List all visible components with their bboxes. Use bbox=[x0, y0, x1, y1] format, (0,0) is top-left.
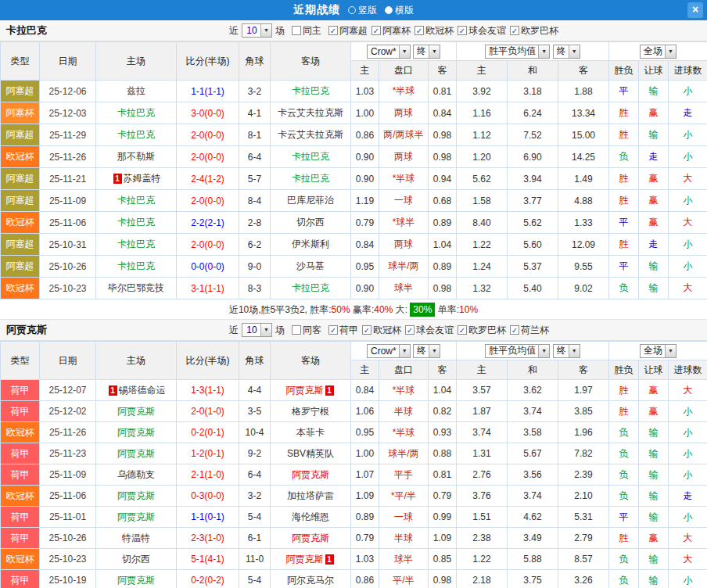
team-name[interactable]: 阿贾克斯 bbox=[286, 554, 324, 565]
league-filter-checkbox[interactable]: ✓荷甲 bbox=[328, 324, 358, 337]
team-name[interactable]: 阿贾克斯 bbox=[117, 490, 155, 501]
euro-final-select[interactable]: 终▼ bbox=[553, 344, 580, 358]
team-name[interactable]: 乌德勒支 bbox=[117, 469, 155, 480]
team-name[interactable]: 阿贾克斯 bbox=[117, 427, 155, 438]
team-name[interactable]: 切尔西 bbox=[296, 217, 325, 228]
chevron-down-icon: ▼ bbox=[665, 345, 676, 357]
team-name[interactable]: 阿贾克斯 bbox=[117, 406, 155, 417]
team-name[interactable]: 卡拉巴克 bbox=[117, 238, 155, 249]
score-cell[interactable]: 3-1(1-1) bbox=[177, 278, 239, 299]
score-cell[interactable]: 2-0(1-0) bbox=[177, 401, 239, 422]
team-name[interactable]: 沙马基 bbox=[296, 260, 325, 271]
match-row: 荷甲25-11-09乌德勒支2-1(1-0)6-4阿贾克斯1.07平手0.812… bbox=[1, 464, 707, 486]
team-name[interactable]: 阿贾克斯 bbox=[117, 575, 155, 586]
score-cell[interactable]: 1-3(1-1) bbox=[177, 380, 239, 401]
score-cell[interactable]: 2-3(1-0) bbox=[177, 528, 239, 549]
league-filter-checkbox[interactable]: ✓欧罗巴杯 bbox=[510, 24, 558, 38]
scope-select[interactable]: 全场▼ bbox=[640, 45, 676, 59]
team-name[interactable]: 卡拉巴克 bbox=[117, 217, 155, 228]
score-cell[interactable]: 2-1(1-0) bbox=[177, 464, 239, 486]
score-cell[interactable]: 2-0(0-0) bbox=[177, 146, 239, 168]
score-cell[interactable]: 3-0(0-0) bbox=[177, 102, 239, 124]
score-cell[interactable]: 2-0(0-0) bbox=[177, 124, 239, 146]
score-cell[interactable]: 0-2(0-1) bbox=[177, 422, 239, 443]
euro-average-select[interactable]: 胜平负均值▼ bbox=[485, 45, 550, 59]
team-name[interactable]: 那不勒斯 bbox=[117, 151, 155, 162]
league-filter-checkbox[interactable]: ✓阿塞超 bbox=[328, 24, 368, 38]
score-cell[interactable]: 1-1(0-1) bbox=[177, 507, 239, 528]
section1-header-bar: 卡拉巴克 近 10 ▼ 场 同主 ✓阿塞超✓阿塞杯✓欧冠杯✓球会友谊✓欧罗巴杯 bbox=[0, 20, 707, 41]
radio-selected-icon bbox=[385, 6, 393, 14]
team-name[interactable]: 伊米斯利 bbox=[292, 238, 329, 249]
match-count-select[interactable]: 10 ▼ bbox=[242, 323, 272, 337]
match-row: 欧冠杯25-10-23切尔西5-1(4-1)11-0阿贾克斯11.03球半0.8… bbox=[1, 549, 707, 570]
team-name[interactable]: 巴库尼菲治 bbox=[287, 195, 334, 206]
team-name[interactable]: 卡拉巴克 bbox=[117, 129, 155, 140]
score-cell[interactable]: 1-1(1-1) bbox=[177, 81, 239, 102]
team-name[interactable]: 卡拉巴克 bbox=[292, 151, 329, 162]
team-name[interactable]: 本菲卡 bbox=[296, 427, 325, 438]
score-cell[interactable]: 2-2(2-1) bbox=[177, 212, 239, 234]
team-name[interactable]: 卡拉巴克 bbox=[117, 260, 155, 271]
team-name[interactable]: 切尔西 bbox=[122, 554, 150, 565]
handicap-home-odds: 0.95 bbox=[351, 256, 379, 278]
close-button[interactable]: × bbox=[687, 2, 703, 18]
team-name[interactable]: 兹拉 bbox=[127, 85, 145, 96]
team-name[interactable]: 阿贾克斯 bbox=[286, 385, 324, 396]
score-cell[interactable]: 1-2(0-1) bbox=[177, 443, 239, 464]
team-name[interactable]: 卡云艾夫拉克斯 bbox=[278, 107, 343, 118]
team-name[interactable]: 卡拉巴克 bbox=[117, 107, 155, 118]
league-filter-checkbox[interactable]: ✓欧冠杯 bbox=[415, 24, 454, 38]
team-name[interactable]: 卡云艾夫拉克斯 bbox=[278, 129, 343, 140]
league-filter-checkbox[interactable]: ✓欧罗巴杯 bbox=[458, 324, 506, 337]
same-home-checkbox[interactable]: 同主 bbox=[292, 24, 321, 38]
team-name[interactable]: 阿贾克斯 bbox=[117, 511, 155, 522]
team-name[interactable]: 特温特 bbox=[122, 532, 150, 543]
score-cell[interactable]: 2-0(0-0) bbox=[177, 234, 239, 256]
checkbox-checked-icon: ✓ bbox=[415, 26, 424, 35]
score-cell[interactable]: 5-1(4-1) bbox=[177, 549, 239, 570]
team-name[interactable]: 苏姆盖特 bbox=[124, 173, 161, 184]
team-name[interactable]: 海伦维恩 bbox=[292, 511, 329, 522]
league-filter-checkbox[interactable]: ✓荷兰杯 bbox=[510, 324, 549, 337]
team-name[interactable]: 阿贾克斯 bbox=[117, 448, 155, 459]
team-name[interactable]: 卡拉巴克 bbox=[292, 85, 329, 96]
euro-final-select[interactable]: 终▼ bbox=[553, 45, 580, 59]
same-away-checkbox[interactable]: 同客 bbox=[292, 324, 321, 337]
bookmaker-select[interactable]: Crow*▼ bbox=[367, 344, 411, 358]
away-team-cell: 阿尔克马尔 bbox=[271, 570, 351, 588]
league-filter-checkbox[interactable]: ✓欧冠杯 bbox=[362, 324, 401, 337]
team-name[interactable]: SBV精英队 bbox=[287, 448, 334, 459]
score-cell[interactable]: 2-4(1-2) bbox=[177, 168, 239, 190]
asian-final-select[interactable]: 终▼ bbox=[413, 45, 440, 59]
chevron-down-icon: ▼ bbox=[260, 324, 271, 336]
euro-away-odds: 9.02 bbox=[558, 278, 609, 299]
score-cell[interactable]: 0-0(0-0) bbox=[177, 256, 239, 278]
team-name[interactable]: 锡塔德命运 bbox=[119, 385, 166, 396]
euro-average-select[interactable]: 胜平负均值▼ bbox=[485, 344, 550, 358]
handicap-away-odds: 0.98 bbox=[429, 278, 457, 299]
portrait-layout-radio[interactable]: 竖版 bbox=[348, 4, 377, 17]
match-count-select[interactable]: 10 ▼ bbox=[242, 23, 272, 38]
league-filter-checkbox[interactable]: ✓球会友谊 bbox=[405, 324, 454, 337]
scope-select[interactable]: 全场▼ bbox=[640, 344, 676, 358]
team-name[interactable]: 阿贾克斯 bbox=[292, 532, 329, 543]
bookmaker-select[interactable]: Crow*▼ bbox=[367, 45, 411, 59]
team-name[interactable]: 格罗宁根 bbox=[292, 406, 329, 417]
team-name[interactable]: 阿尔克马尔 bbox=[287, 575, 334, 586]
league-filter-checkbox[interactable]: ✓球会友谊 bbox=[458, 24, 506, 38]
asian-final-select[interactable]: 终▼ bbox=[413, 344, 440, 358]
score-cell[interactable]: 0-2(0-2) bbox=[177, 570, 239, 588]
team-name[interactable]: 卡拉巴克 bbox=[292, 282, 329, 293]
league-filter-checkbox[interactable]: ✓阿塞杯 bbox=[371, 24, 411, 38]
team-name[interactable]: 加拉塔萨雷 bbox=[287, 490, 334, 501]
team-name[interactable]: 卡拉巴克 bbox=[292, 173, 329, 184]
score-cell[interactable]: 2-0(0-0) bbox=[177, 190, 239, 212]
handicap-home-odds: 0.90 bbox=[351, 146, 379, 168]
team-name[interactable]: 毕尔巴鄂竞技 bbox=[108, 282, 164, 293]
score-cell[interactable]: 0-3(0-0) bbox=[177, 486, 239, 507]
team-name[interactable]: 卡拉巴克 bbox=[117, 195, 155, 206]
euro-home-odds: 3.92 bbox=[457, 81, 508, 102]
landscape-layout-radio[interactable]: 横版 bbox=[385, 4, 414, 17]
team-name[interactable]: 阿贾克斯 bbox=[292, 469, 329, 480]
